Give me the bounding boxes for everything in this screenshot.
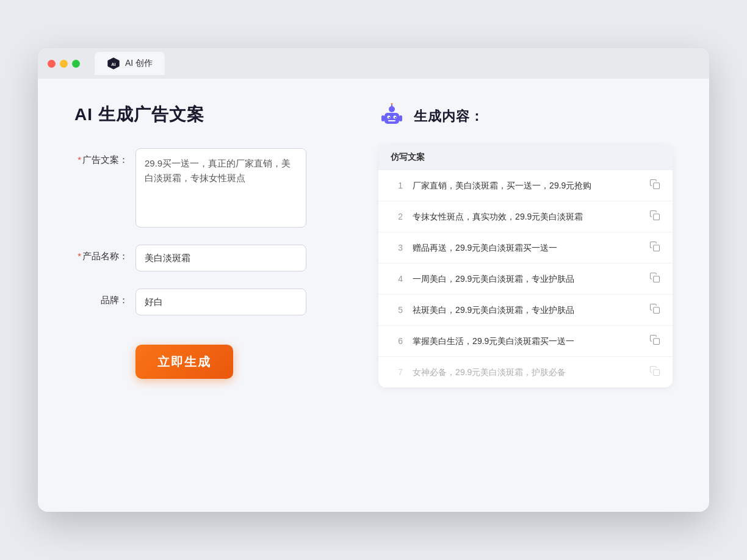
svg-rect-14: [654, 214, 660, 220]
svg-point-7: [395, 117, 396, 118]
product-name-label: *产品名称：: [74, 245, 135, 262]
traffic-lights: [48, 60, 80, 68]
row-text: 专抹女性斑点，真实功效，29.9元美白淡斑霜: [413, 210, 640, 223]
browser-tab[interactable]: AI AI 创作: [95, 52, 165, 75]
ad-copy-required: *: [78, 154, 81, 165]
right-title: 生成内容：: [414, 107, 484, 126]
generate-button[interactable]: 立即生成: [135, 345, 233, 379]
brand-label: 品牌：: [74, 289, 135, 306]
svg-rect-11: [381, 115, 384, 121]
brand-group: 品牌：: [74, 289, 342, 315]
close-button[interactable]: [48, 60, 56, 68]
svg-text:AI: AI: [111, 62, 115, 67]
minimize-button[interactable]: [60, 60, 68, 68]
svg-rect-17: [654, 307, 660, 314]
maximize-button[interactable]: [72, 60, 80, 68]
svg-point-6: [389, 117, 390, 118]
ai-tab-icon: AI: [107, 57, 120, 70]
right-header: 生成内容：: [378, 103, 673, 130]
svg-rect-16: [654, 276, 660, 282]
copy-icon[interactable]: [649, 179, 660, 192]
ad-copy-textarea[interactable]: 29.9买一送一，真正的厂家直销，美白淡斑霜，专抹女性斑点: [135, 148, 306, 228]
copy-icon[interactable]: [649, 303, 660, 317]
copy-icon[interactable]: [649, 272, 660, 285]
table-row: 3赠品再送，29.9元美白淡斑霜买一送一: [378, 232, 673, 264]
row-number: 4: [391, 274, 403, 284]
copy-icon[interactable]: [649, 334, 660, 348]
product-name-input[interactable]: [135, 245, 306, 271]
row-text: 祛斑美白，29.9元美白淡斑霜，专业护肤品: [413, 304, 640, 317]
copy-icon[interactable]: [649, 365, 660, 379]
row-number: 1: [391, 181, 403, 190]
copy-icon[interactable]: [649, 210, 660, 223]
row-number: 2: [391, 212, 403, 221]
copy-icon[interactable]: [649, 241, 660, 254]
title-bar: AI AI 创作: [38, 48, 709, 79]
row-number: 5: [391, 305, 403, 315]
tab-label: AI 创作: [125, 58, 153, 69]
main-content: AI 生成广告文案 *广告文案： 29.9买一送一，真正的厂家直销，美白淡斑霜，…: [38, 79, 709, 512]
svg-rect-8: [388, 120, 395, 121]
results-table: 仿写文案 1厂家直销，美白淡斑霜，买一送一，29.9元抢购2专抹女性斑点，真实功…: [378, 145, 673, 387]
brand-input[interactable]: [135, 289, 306, 315]
table-row: 7女神必备，29.9元美白淡斑霜，护肤必备: [378, 357, 673, 387]
svg-point-2: [389, 106, 395, 112]
row-text: 一周美白，29.9元美白淡斑霜，专业护肤品: [413, 273, 640, 285]
row-text: 赠品再送，29.9元美白淡斑霜买一送一: [413, 242, 640, 254]
browser-window: AI AI 创作 AI 生成广告文案 *广告文案： 29.9买一送一，真正的厂家…: [38, 48, 709, 512]
svg-point-4: [388, 116, 391, 119]
right-panel: 生成内容： 仿写文案 1厂家直销，美白淡斑霜，买一送一，29.9元抢购2专抹女性…: [378, 103, 673, 487]
row-number: 3: [391, 243, 403, 253]
table-row: 4一周美白，29.9元美白淡斑霜，专业护肤品: [378, 264, 673, 295]
page-title: AI 生成广告文案: [74, 103, 342, 126]
svg-rect-15: [654, 245, 660, 251]
table-row: 6掌握美白生活，29.9元美白淡斑霜买一送一: [378, 326, 673, 357]
svg-rect-13: [654, 183, 660, 189]
ad-copy-label: *广告文案：: [74, 148, 135, 166]
row-text: 掌握美白生活，29.9元美白淡斑霜买一送一: [413, 335, 640, 348]
svg-rect-3: [384, 113, 399, 124]
ad-copy-group: *广告文案： 29.9买一送一，真正的厂家直销，美白淡斑霜，专抹女性斑点: [74, 148, 342, 228]
table-row: 5祛斑美白，29.9元美白淡斑霜，专业护肤品: [378, 295, 673, 326]
table-row: 1厂家直销，美白淡斑霜，买一送一，29.9元抢购: [378, 170, 673, 201]
svg-point-5: [394, 116, 397, 119]
results-list: 1厂家直销，美白淡斑霜，买一送一，29.9元抢购2专抹女性斑点，真实功效，29.…: [378, 170, 673, 387]
product-name-group: *产品名称：: [74, 245, 342, 271]
product-name-required: *: [78, 251, 81, 261]
results-header: 仿写文案: [378, 145, 673, 170]
row-number: 7: [391, 367, 403, 377]
row-number: 6: [391, 336, 403, 346]
svg-point-10: [391, 103, 393, 105]
svg-rect-12: [399, 115, 402, 121]
robot-icon: [378, 103, 405, 130]
table-row: 2专抹女性斑点，真实功效，29.9元美白淡斑霜: [378, 201, 673, 232]
svg-rect-19: [654, 370, 660, 376]
left-panel: AI 生成广告文案 *广告文案： 29.9买一送一，真正的厂家直销，美白淡斑霜，…: [74, 103, 342, 487]
row-text: 厂家直销，美白淡斑霜，买一送一，29.9元抢购: [413, 179, 640, 192]
svg-rect-18: [654, 339, 660, 345]
row-text: 女神必备，29.9元美白淡斑霜，护肤必备: [413, 366, 640, 379]
